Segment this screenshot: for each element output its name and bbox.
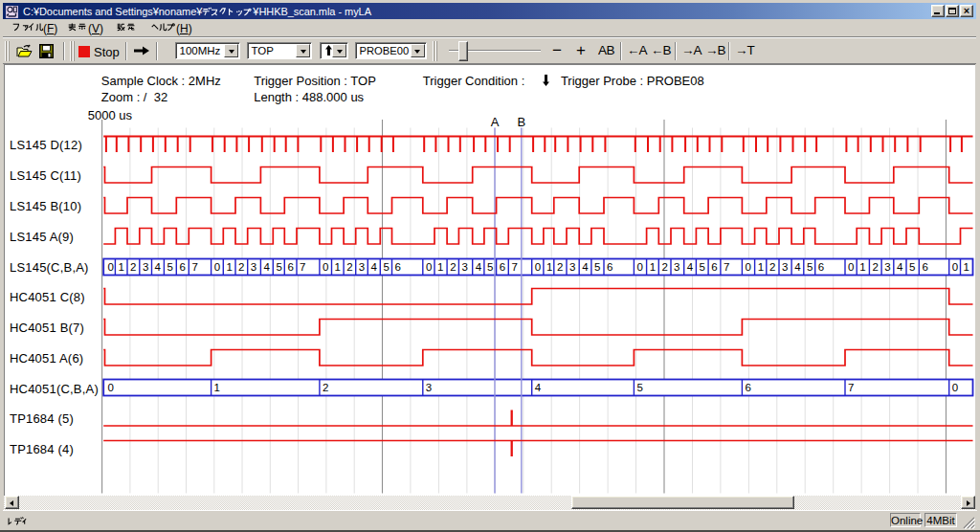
svg-text:4: 4 (370, 261, 377, 273)
svg-text:1: 1 (437, 261, 443, 273)
svg-text:0: 0 (848, 261, 854, 273)
svg-text:7: 7 (191, 261, 197, 273)
svg-text:4: 4 (476, 261, 482, 273)
svg-text:5: 5 (594, 261, 600, 273)
svg-text:0: 0 (745, 261, 750, 273)
svg-text:6: 6 (395, 261, 401, 273)
svg-text:3: 3 (251, 261, 256, 273)
svg-text:2: 2 (130, 261, 136, 273)
svg-text:2: 2 (557, 261, 563, 273)
svg-text:4: 4 (263, 261, 270, 273)
svg-text:7: 7 (300, 261, 305, 273)
svg-text:2: 2 (450, 261, 456, 273)
svg-text:4: 4 (535, 382, 542, 393)
svg-text:4: 4 (897, 261, 903, 273)
svg-text:4: 4 (794, 261, 801, 273)
svg-text:1: 1 (758, 261, 764, 273)
svg-text:5: 5 (636, 382, 642, 393)
svg-text:3: 3 (143, 261, 148, 273)
svg-text:7: 7 (511, 261, 517, 273)
svg-text:3: 3 (782, 261, 788, 273)
svg-text:0: 0 (426, 261, 432, 273)
svg-text:2: 2 (769, 261, 775, 273)
svg-text:1: 1 (546, 261, 552, 273)
svg-text:3: 3 (884, 261, 890, 273)
svg-text:1: 1 (964, 261, 969, 273)
svg-text:0: 0 (952, 261, 958, 273)
svg-text:0: 0 (535, 261, 541, 273)
svg-text:0: 0 (108, 261, 114, 273)
svg-text:A: A (491, 115, 500, 129)
svg-text:4: 4 (155, 261, 162, 273)
svg-text:6: 6 (922, 261, 927, 273)
svg-text:5: 5 (807, 261, 813, 273)
svg-text:2: 2 (346, 261, 352, 273)
svg-text:1: 1 (335, 261, 341, 273)
svg-text:6: 6 (179, 261, 185, 273)
svg-text:0: 0 (636, 261, 642, 273)
svg-text:1: 1 (226, 261, 232, 273)
svg-text:0: 0 (108, 382, 114, 393)
svg-text:2: 2 (872, 261, 878, 273)
svg-text:3: 3 (359, 261, 365, 273)
svg-text:2: 2 (661, 261, 667, 273)
svg-text:6: 6 (287, 261, 293, 273)
svg-text:6: 6 (711, 261, 717, 273)
svg-text:B: B (517, 115, 525, 129)
svg-text:5: 5 (383, 261, 389, 273)
svg-text:2: 2 (238, 261, 244, 273)
svg-text:0: 0 (214, 261, 220, 273)
svg-text:4: 4 (582, 261, 589, 273)
svg-text:7: 7 (848, 382, 854, 393)
svg-text:2: 2 (323, 382, 328, 393)
svg-text:3: 3 (569, 261, 575, 273)
svg-text:5: 5 (167, 261, 172, 273)
svg-text:6: 6 (607, 261, 612, 273)
svg-text:5: 5 (276, 261, 281, 273)
svg-text:0: 0 (323, 261, 328, 273)
svg-text:3: 3 (426, 382, 432, 393)
svg-text:6: 6 (745, 382, 750, 393)
svg-text:3: 3 (674, 261, 679, 273)
svg-text:4: 4 (687, 261, 694, 273)
svg-text:1: 1 (650, 261, 656, 273)
svg-text:5: 5 (909, 261, 915, 273)
svg-text:0: 0 (952, 382, 958, 393)
svg-text:6: 6 (818, 261, 824, 273)
svg-text:7: 7 (724, 261, 729, 273)
svg-text:3: 3 (461, 261, 467, 273)
svg-text:5: 5 (699, 261, 704, 273)
svg-text:5: 5 (487, 261, 493, 273)
svg-text:1: 1 (214, 382, 220, 393)
svg-text:1: 1 (859, 261, 865, 273)
svg-text:6: 6 (500, 261, 505, 273)
svg-text:1: 1 (118, 261, 123, 273)
